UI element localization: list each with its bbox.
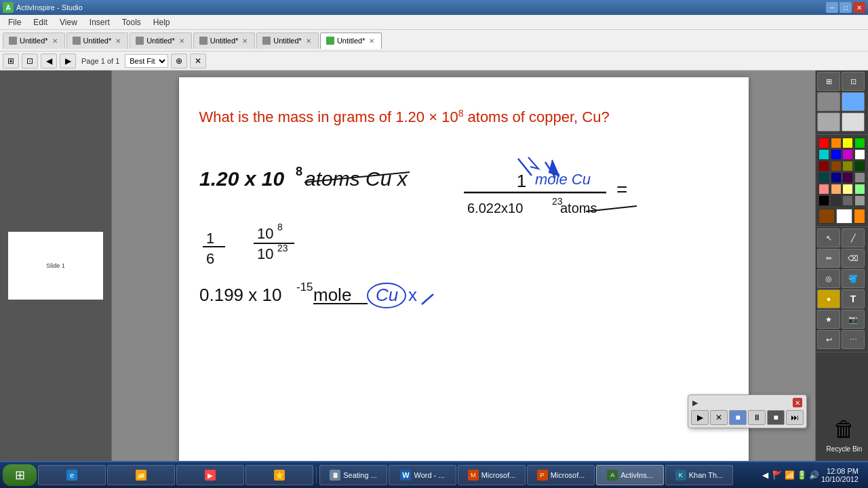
color-olive[interactable] [842, 161, 853, 171]
menu-help[interactable]: Help [148, 16, 176, 28]
color-darkorange[interactable] [818, 209, 835, 224]
media-stop[interactable]: ✕ [710, 410, 728, 425]
taskbar-extra[interactable]: ⭐ [245, 465, 313, 485]
color-yellow[interactable] [842, 138, 853, 148]
slide-thumbnail-1[interactable]: Slide 1 [8, 232, 103, 300]
color-red[interactable] [818, 138, 829, 148]
tool-line[interactable]: ╱ [842, 228, 865, 247]
color-navy[interactable] [831, 172, 842, 183]
tool-text[interactable]: T [842, 289, 865, 308]
menu-view[interactable]: View [54, 16, 83, 28]
tool-img3[interactable] [817, 113, 840, 131]
taskbar-seating[interactable]: 📋 Seating ... [319, 465, 387, 485]
taskbar-activinspire[interactable]: A ActivIns... [596, 465, 664, 485]
color-brown[interactable] [831, 161, 842, 171]
taskbar-word[interactable]: W Word - ... [389, 465, 456, 485]
nav-button-4[interactable]: ▶ [60, 54, 76, 68]
color-ltred[interactable] [818, 184, 829, 195]
tab-5[interactable]: Untitled* ✕ [320, 33, 382, 49]
tool-fill[interactable]: 🪣 [842, 269, 865, 288]
tab-2[interactable]: Untitled* ✕ [130, 33, 192, 49]
color-blue[interactable] [831, 149, 842, 160]
media-square[interactable]: ■ [767, 410, 785, 425]
tab-1-close[interactable]: ✕ [114, 37, 122, 45]
nav-button-2[interactable]: ⊡ [22, 54, 38, 68]
tab-1[interactable]: Untitled* ✕ [66, 33, 129, 49]
color-ltgreen[interactable] [854, 184, 865, 195]
tray-volume[interactable]: 🔊 [809, 470, 820, 481]
color-green[interactable] [854, 138, 865, 148]
menu-insert[interactable]: Insert [84, 16, 115, 28]
menu-edit[interactable]: Edit [28, 16, 53, 28]
taskbar-ppt[interactable]: P Microsof... [527, 465, 595, 485]
tray-battery[interactable]: 🔋 [797, 470, 808, 481]
nav-button-3[interactable]: ◀ [41, 54, 57, 68]
taskbar-media[interactable]: ▶ [176, 465, 244, 485]
tool-star[interactable]: ★ [817, 310, 840, 329]
question-text: What is the mass in grams of 1.20 × 108 … [199, 108, 610, 126]
tool-img1[interactable] [817, 92, 840, 111]
tab-0-close[interactable]: ✕ [51, 37, 59, 45]
tool-camera[interactable]: 📷 [842, 310, 865, 329]
close-button[interactable]: ✕ [853, 2, 865, 13]
taskbar-khan[interactable]: K Khan Th... [665, 465, 733, 485]
color-orange[interactable] [831, 138, 842, 148]
tab-4[interactable]: Untitled* ✕ [256, 33, 319, 49]
tab-5-close[interactable]: ✕ [368, 37, 376, 45]
tool-img4[interactable] [842, 113, 865, 131]
tool-arrow[interactable]: ↖ [817, 228, 840, 247]
tab-4-close[interactable]: ✕ [304, 37, 313, 45]
tab-3-close[interactable]: ✕ [241, 37, 249, 45]
tool-pen[interactable]: ✏ [817, 249, 840, 268]
tab-3-icon [199, 37, 208, 45]
color-white[interactable] [854, 149, 865, 160]
tab-2-close[interactable]: ✕ [178, 37, 186, 45]
tray-arrow[interactable]: ◀ [760, 470, 771, 481]
color-ltyellow[interactable] [842, 184, 853, 195]
nav-button-1[interactable]: ⊞ [3, 54, 19, 68]
media-play[interactable]: ▶ [691, 410, 709, 425]
menu-tools[interactable]: Tools [117, 16, 146, 28]
color-gray[interactable] [854, 172, 865, 183]
color-teal[interactable] [818, 172, 829, 183]
start-button[interactable]: ⊞ [3, 464, 37, 486]
color-dk2[interactable] [842, 195, 853, 206]
tab-0[interactable]: Untitled* ✕ [3, 33, 65, 49]
tab-3[interactable]: Untitled* ✕ [193, 33, 256, 49]
tool-select[interactable]: ⊞ [817, 72, 840, 91]
color-purple[interactable] [842, 172, 853, 183]
color-magenta[interactable] [842, 149, 853, 160]
close-toolbar-button[interactable]: ✕ [190, 54, 206, 68]
color-black[interactable] [818, 195, 829, 206]
media-skip[interactable]: ⏭ [786, 410, 804, 425]
color-orange2[interactable] [854, 209, 865, 224]
menu-file[interactable]: File [3, 16, 26, 28]
tool-more[interactable]: ⋯ [842, 330, 865, 349]
color-cyan[interactable] [818, 149, 829, 160]
color-lt1[interactable] [854, 195, 865, 206]
tool-img2[interactable] [842, 92, 865, 111]
color-ltorange[interactable] [831, 184, 842, 195]
taskbar-ie[interactable]: e [38, 465, 106, 485]
minimize-button[interactable]: ─ [826, 2, 838, 13]
zoom-fit-button[interactable]: ⊕ [171, 54, 187, 68]
tool-eraser[interactable]: ⌫ [842, 249, 865, 268]
color-dk1[interactable] [831, 195, 842, 206]
color-darkred[interactable] [818, 161, 829, 171]
taskbar-explorer[interactable]: 📁 [107, 465, 175, 485]
tool-shape[interactable]: ◎ [817, 269, 840, 288]
color-darkgreen[interactable] [854, 161, 865, 171]
tray-flag[interactable]: 🚩 [772, 470, 783, 481]
recycle-bin[interactable]: 🗑 Recycle Bin [821, 410, 868, 455]
maximize-button[interactable]: □ [840, 2, 852, 13]
color-white2[interactable] [836, 209, 852, 224]
media-pause[interactable]: ⏸ [748, 410, 766, 425]
taskbar-microsoftA[interactable]: M Microsof... [458, 465, 526, 485]
tool-browse[interactable]: ⊡ [842, 72, 865, 91]
tool-circle[interactable]: ● [817, 289, 840, 308]
media-rec[interactable]: ■ [729, 410, 747, 425]
zoom-select[interactable]: Best Fit 100% 75% 50% [125, 54, 168, 68]
tray-network[interactable]: 📶 [785, 470, 795, 481]
media-close-button[interactable]: ✕ [793, 398, 802, 407]
tool-undo[interactable]: ↩ [817, 330, 840, 349]
